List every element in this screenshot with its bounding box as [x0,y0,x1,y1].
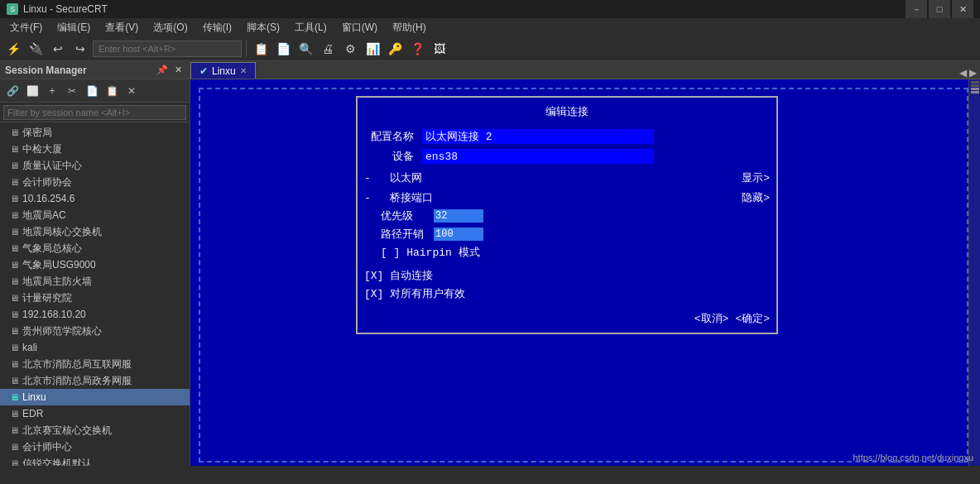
session-item[interactable]: 🖥质量认证中心 [0,157,190,174]
session-tool-new[interactable]: ⬜ [23,82,41,100]
toolbar-btn-4[interactable]: ↪ [70,39,90,59]
tab-linxu[interactable]: ✔ Linxu ✕ [190,62,256,79]
session-tool-paste[interactable]: 📋 [103,82,121,100]
session-tool-delete[interactable]: ✕ [122,82,141,100]
session-item-label: 北京市消防总局政务网服 [22,374,132,388]
session-item[interactable]: 🖥Linxu [0,389,190,405]
session-item-icon: 🖥 [10,227,19,237]
session-item-icon: 🖥 [10,293,19,303]
session-item[interactable]: 🖥气象局USG9000 [0,256,190,273]
dialog-device-row: 设备 [364,149,770,164]
session-item[interactable]: 🖥气象局总核心 [0,240,190,256]
cancel-button[interactable]: <取消> [694,311,729,326]
session-tool-copy[interactable]: 📄 [83,82,101,100]
ok-button[interactable]: <确定> [735,311,770,326]
host-input[interactable] [93,41,242,57]
session-filter-input[interactable] [3,105,186,120]
tab-active-indicator: ✔ [199,65,208,77]
session-item[interactable]: 🖥会计师中心 [0,438,190,455]
session-item[interactable]: 🖥地震局AC [0,207,190,223]
session-item-icon: 🖥 [10,194,19,204]
toolbar-btn-5[interactable]: 📊 [363,39,382,59]
toolbar-btn-1[interactable]: ⚡ [3,39,23,59]
session-item-label: 10.16.254.6 [22,193,74,204]
window-title: Linxu - SecureCRT [23,3,108,15]
device-input[interactable] [422,149,654,164]
session-item-icon: 🖥 [10,309,19,319]
session-item-label: 地震局主防火墙 [22,275,92,289]
toolbar-btn-settings[interactable]: ⚙ [340,39,360,59]
toolbar-btn-copy[interactable]: 📄 [273,39,293,59]
maximize-button[interactable]: □ [929,0,950,18]
menu-tools[interactable]: 工具(L) [288,19,334,36]
title-bar: S Linxu - SecureCRT － □ ✕ [0,0,980,18]
session-item-label: 192.168.10.20 [22,309,86,320]
session-item[interactable]: 🖥信锐交换机默认 [0,455,190,466]
session-item-label: 会计师中心 [22,440,72,454]
config-name-label: 配置名称 [364,129,414,144]
session-item[interactable]: 🖥地震局核心交换机 [0,223,190,240]
session-item-label: 北京市消防总局互联网服 [22,357,132,371]
toolbar-btn-help[interactable]: ❓ [407,39,427,59]
tab-navigation: ◀ ▶ [959,67,980,79]
session-item-icon: 🖥 [10,326,19,336]
session-header-buttons: 📌 ✕ [154,64,185,76]
menu-view[interactable]: 查看(V) [98,19,145,36]
toolbar-btn-print[interactable]: 🖨 [318,39,338,59]
session-close-button[interactable]: ✕ [172,64,185,76]
session-item[interactable]: 🖥贵州师范学院核心 [0,323,190,339]
toolbar-btn-new[interactable]: 📋 [251,39,271,59]
auto-connect-row: [X] 自动连接 [364,268,770,283]
menu-window[interactable]: 窗口(W) [335,19,384,36]
session-item-label: 贵州师范学院核心 [22,324,102,338]
toolbar-btn-6[interactable]: 🔑 [385,39,405,59]
toolbar-btn-find[interactable]: 🔍 [295,39,315,59]
menu-options[interactable]: 选项(O) [147,19,194,36]
session-item[interactable]: 🖥kali [0,339,190,356]
session-item-icon: 🖥 [10,425,19,435]
tab-prev-button[interactable]: ◀ [959,67,967,79]
close-button[interactable]: ✕ [952,0,973,18]
tab-linxu-label: Linxu [212,65,236,77]
menu-script[interactable]: 脚本(S) [240,19,286,36]
toolbar-btn-3[interactable]: ↩ [48,39,68,59]
show-button[interactable]: 显示> [742,170,770,185]
bridge-text: 桥接端口 [390,192,433,204]
session-item[interactable]: 🖥计量研究院 [0,290,190,306]
session-tool-cut[interactable]: ✂ [63,82,81,100]
session-panel-title: Session Manager [5,65,87,76]
hide-button[interactable]: 隐藏> [742,190,770,205]
session-tool-add[interactable]: + [43,82,61,100]
session-item[interactable]: 🖥EDR [0,405,190,422]
session-item[interactable]: 🖥北京赛宝核心交换机 [0,422,190,438]
session-item[interactable]: 🖥保密局 [0,124,190,141]
session-pin-button[interactable]: 📌 [154,64,171,76]
session-item[interactable]: 🖥中检大厦 [0,141,190,157]
ethernet-text: 以太网 [390,172,422,184]
menu-edit[interactable]: 编辑(E) [50,19,97,36]
terminal-content[interactable]: 编辑连接 配置名称 设备 - [190,79,980,466]
config-name-input[interactable] [422,129,654,144]
menu-file[interactable]: 文件(F) [3,19,49,36]
tab-close-icon[interactable]: ✕ [240,66,247,75]
menu-help[interactable]: 帮助(H) [386,19,433,36]
session-item[interactable]: 🖥北京市消防总局互联网服 [0,356,190,372]
path-cost-row: 路径开销 [381,227,770,242]
session-item[interactable]: 🖥10.16.254.6 [0,190,190,207]
session-item[interactable]: 🖥192.168.10.20 [0,306,190,323]
session-item[interactable]: 🖥北京市消防总局政务网服 [0,372,190,389]
session-item[interactable]: 🖥地震局主防火墙 [0,273,190,290]
toolbar-btn-7[interactable]: 🖼 [430,39,449,59]
path-cost-input[interactable] [434,228,483,241]
ethernet-label: - 以太网 [364,170,422,185]
bridge-subsection: 优先级 路径开销 [ ] Hairpin 模式 [364,208,770,260]
session-item[interactable]: 🖥会计师协会 [0,174,190,190]
menu-transfer[interactable]: 传输(I) [196,19,238,36]
minimize-button[interactable]: － [906,0,927,18]
session-tool-link[interactable]: 🔗 [3,82,22,100]
terminal-scrollbar[interactable] [968,79,980,466]
priority-input[interactable] [434,209,483,223]
dialog-box: 编辑连接 配置名称 设备 - [356,96,778,334]
toolbar-btn-2[interactable]: 🔌 [26,39,46,59]
tab-next-button[interactable]: ▶ [969,67,977,79]
